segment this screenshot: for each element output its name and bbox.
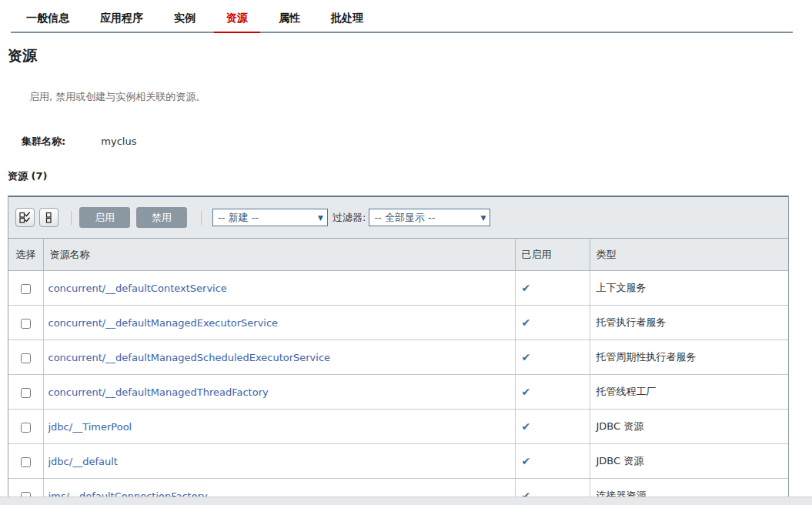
tab-3[interactable]: 实例	[162, 12, 208, 32]
header-type: 类型	[590, 239, 788, 271]
resource-type-label: 托管执行者服务	[596, 316, 667, 328]
table-row: concurrent/__defaultManagedThreadFactory…	[8, 375, 788, 410]
select-all-button[interactable]	[15, 208, 35, 227]
resource-type-label: JDBC 资源	[596, 420, 644, 432]
resource-name-link[interactable]: jdbc/__default	[48, 456, 118, 467]
row-checkbox[interactable]	[21, 353, 31, 363]
cluster-name-row: 集群名称: myclus	[22, 135, 812, 149]
chevron-down-icon: ▼	[318, 214, 323, 222]
cluster-name-label: 集群名称:	[22, 135, 65, 147]
table-toolbar: 启用 禁用 -- 新建 -- ▼ 过滤器: -- 全部显示 -- ▼	[8, 197, 788, 238]
table-row: jdbc/__TimerPool ✔ JDBC 资源	[8, 410, 788, 444]
toolbar-divider	[71, 211, 72, 225]
table-header-row: 选择 资源名称 已启用 类型	[8, 239, 788, 271]
toolbar-divider	[201, 211, 202, 225]
row-checkbox[interactable]	[21, 388, 31, 398]
resources-count-title: 资源 (7)	[8, 169, 812, 183]
row-checkbox[interactable]	[21, 457, 31, 467]
tab-1[interactable]: 一般信息	[14, 12, 82, 32]
resource-name-link[interactable]: concurrent/__defaultManagedThreadFactory	[48, 386, 269, 398]
tab-5[interactable]: 属性	[266, 12, 312, 32]
row-checkbox[interactable]	[21, 319, 31, 329]
disable-button[interactable]: 禁用	[136, 207, 187, 228]
deselect-all-button[interactable]	[39, 208, 58, 227]
resource-type-label: 托管周期性执行者服务	[596, 351, 697, 363]
resource-type-label: 托管线程工厂	[596, 386, 657, 397]
enabled-check-icon: ✔	[522, 351, 531, 363]
new-resource-dropdown-value: -- 新建 --	[218, 211, 259, 225]
enabled-check-icon: ✔	[522, 386, 531, 398]
page-description: 启用, 禁用或创建与实例相关联的资源。	[29, 90, 812, 104]
table-row: concurrent/__defaultManagedExecutorServi…	[8, 306, 788, 340]
enable-button[interactable]: 启用	[79, 207, 130, 228]
filter-label: 过滤器:	[332, 211, 366, 225]
resource-type-label: JDBC 资源	[596, 455, 644, 467]
resource-name-link[interactable]: concurrent/__defaultContextService	[48, 283, 227, 294]
enabled-check-icon: ✔	[522, 455, 531, 467]
page-title: 资源	[8, 46, 812, 66]
chevron-down-icon: ▼	[480, 214, 486, 222]
filter-dropdown-value: -- 全部显示 --	[374, 211, 435, 225]
table-row: concurrent/__defaultContextService ✔ 上下文…	[8, 271, 788, 306]
resource-name-link[interactable]: concurrent/__defaultManagedExecutorServi…	[48, 317, 279, 329]
cluster-name-value: myclus	[101, 135, 136, 147]
tab-6[interactable]: 批处理	[319, 12, 376, 32]
deselect-all-icon	[43, 212, 55, 223]
row-checkbox[interactable]	[21, 423, 31, 433]
resource-type-label: 上下文服务	[596, 282, 647, 293]
header-resource-name: 资源名称	[43, 239, 515, 271]
tab-2[interactable]: 应用程序	[88, 12, 155, 32]
resources-panel: 启用 禁用 -- 新建 -- ▼ 过滤器: -- 全部显示 -- ▼ 选择 资源…	[8, 196, 789, 505]
tab-4[interactable]: 资源	[214, 12, 260, 33]
tab-bar: 一般信息应用程序实例资源属性批处理	[11, 0, 793, 33]
new-resource-dropdown[interactable]: -- 新建 -- ▼	[212, 209, 328, 226]
resources-table: 选择 资源名称 已启用 类型 concurrent/__defaultConte…	[8, 238, 788, 505]
enabled-check-icon: ✔	[522, 420, 531, 433]
resource-name-link[interactable]: jdbc/__TimerPool	[48, 421, 132, 433]
table-row: jdbc/__default ✔ JDBC 资源	[8, 444, 788, 479]
select-all-icon	[19, 212, 31, 223]
enabled-check-icon: ✔	[522, 282, 531, 294]
filter-dropdown[interactable]: -- 全部显示 -- ▼	[369, 209, 490, 226]
footer-bar	[0, 497, 812, 505]
header-enabled: 已启用	[515, 239, 590, 271]
resource-name-link[interactable]: concurrent/__defaultManagedScheduledExec…	[48, 352, 331, 363]
enabled-check-icon: ✔	[522, 316, 531, 329]
table-row: concurrent/__defaultManagedScheduledExec…	[8, 340, 788, 375]
header-select: 选择	[8, 239, 43, 271]
row-checkbox[interactable]	[21, 284, 31, 294]
